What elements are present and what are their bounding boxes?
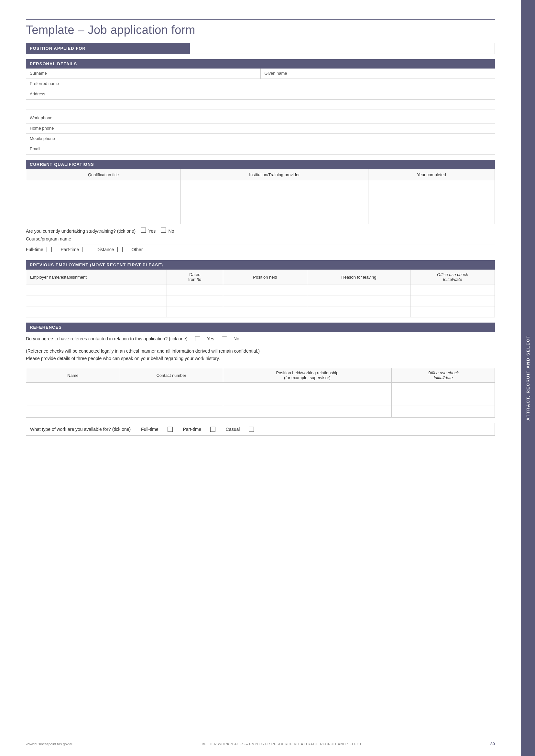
employment-table: Employer name/establishment Dates from/t… — [26, 270, 495, 317]
position-header: POSITION APPLIED FOR — [26, 43, 190, 54]
ref-col2-header: Contact number — [120, 368, 223, 383]
qualifications-header: CURRENT QUALIFICATIONS — [26, 160, 495, 169]
emp-col2-dates: Dates — [189, 272, 200, 277]
preferred-name-label: Preferred name — [30, 81, 59, 86]
main-content: Template – Job application form POSITION… — [0, 0, 521, 756]
ref-no-label: No — [234, 335, 239, 342]
other-label: Other — [131, 247, 143, 252]
references-note: (Reference checks will be conducted lega… — [26, 344, 495, 364]
other-checkbox[interactable] — [146, 247, 151, 252]
ref-row-3 — [26, 406, 495, 418]
given-name-label: Given name — [265, 71, 287, 76]
qualifications-table: Qualification title Institution/Training… — [26, 169, 495, 224]
work-casual-checkbox[interactable] — [249, 427, 254, 432]
emp-col5-sub: Initial/date — [443, 277, 462, 282]
mobile-phone-row: Mobile phone — [26, 134, 495, 144]
address-row-2 — [26, 99, 495, 110]
page-title: Template – Job application form — [26, 23, 495, 37]
address-row-1: Address — [26, 89, 495, 99]
parttime-label: Part-time — [61, 247, 79, 252]
mode-row: Full-time Part-time Distance Other — [26, 244, 495, 255]
work-parttime-label: Part-time — [183, 427, 201, 432]
study-question-row: Are you currently undertaking study/trai… — [26, 224, 495, 235]
work-type-question: What type of work are you available for?… — [30, 427, 131, 432]
page-number: 39 — [491, 742, 495, 746]
emp-header-row: Employer name/establishment Dates from/t… — [26, 270, 495, 284]
ref-col3-header: Position held/working relationship (for … — [223, 368, 392, 383]
ref-no-checkbox[interactable] — [222, 336, 227, 341]
ref-col4-sub: Initial/date — [434, 375, 453, 380]
emp-col1-header: Employer name/establishment — [26, 270, 167, 284]
ref-col1-header: Name — [26, 368, 120, 383]
ref-row-1 — [26, 383, 495, 394]
qual-row-1 — [26, 180, 495, 191]
position-section: POSITION APPLIED FOR — [26, 43, 495, 54]
study-question-text: Are you currently undertaking study/trai… — [26, 229, 135, 234]
qual-col1-header: Qualification title — [26, 169, 181, 180]
employment-section: PREVIOUS EMPLOYMENT (MOST RECENT FIRST P… — [26, 260, 495, 317]
footer-center: BETTER WORKPLACES – EMPLOYER RESOURCE KI… — [202, 742, 362, 746]
preferred-name-row: Preferred name — [26, 79, 495, 89]
study-yes-label: Yes — [148, 229, 155, 234]
work-type-row: What type of work are you available for?… — [26, 423, 495, 436]
parttime-checkbox[interactable] — [82, 247, 87, 252]
emp-col2-fromto: from/to — [188, 277, 201, 282]
work-fulltime-checkbox[interactable] — [168, 427, 173, 432]
qual-col2-header: Institution/Training provider — [181, 169, 368, 180]
course-row: Course/program name — [26, 235, 495, 244]
home-phone-row: Home phone — [26, 123, 495, 134]
email-row: Email — [26, 144, 495, 154]
study-no-checkbox[interactable] — [161, 228, 166, 233]
emp-row-3 — [26, 307, 495, 317]
references-section: REFERENCES Do you agree to have referees… — [26, 323, 495, 418]
qual-row-2 — [26, 191, 495, 202]
references-note-line1: (Reference checks will be conducted lega… — [26, 347, 495, 355]
emp-col2-header: Dates from/to — [167, 270, 223, 284]
side-tab-label: ATTRACT, RECRUIT AND SELECT — [526, 335, 530, 420]
footer-left: www.businesspoint.tas.gov.au — [26, 742, 73, 746]
ref-yes-checkbox[interactable] — [195, 336, 200, 341]
mobile-phone-label: Mobile phone — [30, 136, 55, 141]
distance-label: Distance — [97, 247, 114, 252]
side-tab: ATTRACT, RECRUIT AND SELECT — [521, 0, 535, 756]
study-no-label: No — [169, 229, 174, 234]
references-table: Name Contact number Position held/workin… — [26, 368, 495, 418]
references-agree-row: Do you agree to have referees contacted … — [26, 332, 495, 344]
ref-col3-sub: (for example, supervisor) — [284, 375, 330, 380]
work-phone-row: Work phone — [26, 113, 495, 123]
references-header: REFERENCES — [26, 323, 495, 332]
work-phone-label: Work phone — [30, 115, 52, 120]
ref-col4-header: Office use check Initial/date — [392, 368, 495, 383]
distance-checkbox[interactable] — [117, 247, 123, 252]
emp-row-1 — [26, 284, 495, 295]
ref-yes-label: Yes — [207, 335, 214, 342]
position-value[interactable] — [190, 43, 494, 54]
emp-row-2 — [26, 295, 495, 307]
surname-row: Surname Given name — [26, 68, 495, 79]
emp-col3-header: Position held — [223, 270, 307, 284]
fulltime-checkbox[interactable] — [46, 247, 52, 252]
study-yes-checkbox[interactable] — [141, 228, 146, 233]
fulltime-label: Full-time — [26, 247, 43, 252]
ref-header-row: Name Contact number Position held/workin… — [26, 368, 495, 383]
home-phone-label: Home phone — [30, 126, 54, 131]
emp-col5-main: Office use check — [437, 272, 468, 277]
emp-col5-header: Office use check Initial/date — [410, 270, 495, 284]
references-agree-question: Do you agree to have referees contacted … — [26, 335, 187, 342]
qual-row-3 — [26, 202, 495, 213]
address-label: Address — [30, 92, 45, 96]
footer: www.businesspoint.tas.gov.au BETTER WORK… — [0, 742, 521, 746]
ref-col3-main: Position held/working relationship — [276, 370, 338, 375]
emp-col4-header: Reason for leaving — [307, 270, 410, 284]
course-label: Course/program name — [26, 236, 71, 241]
qual-col3-header: Year completed — [368, 169, 494, 180]
personal-section: PERSONAL DETAILS Surname Given name Pref… — [26, 59, 495, 154]
work-casual-label: Casual — [226, 427, 240, 432]
work-parttime-checkbox[interactable] — [210, 427, 215, 432]
qualifications-section: CURRENT QUALIFICATIONS Qualification tit… — [26, 160, 495, 255]
references-note-line2: Please provide details of three people w… — [26, 355, 495, 362]
personal-header: PERSONAL DETAILS — [26, 59, 495, 68]
surname-label: Surname — [30, 71, 47, 76]
work-fulltime-label: Full-time — [141, 427, 158, 432]
email-label: Email — [30, 147, 41, 151]
